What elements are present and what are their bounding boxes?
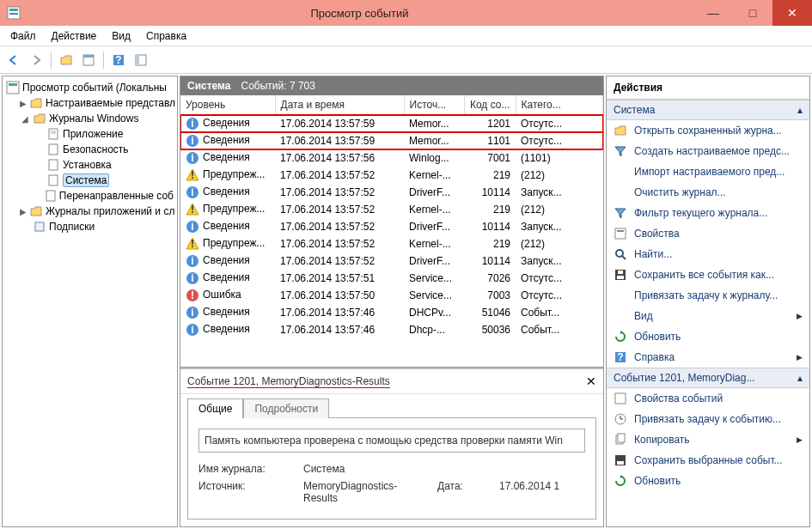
table-row[interactable]: !Предупреж...17.06.2014 13:57:52Kernel-.… — [180, 201, 603, 218]
actions-section-system: Система▴ — [607, 100, 809, 120]
tree-forwarded[interactable]: Перенаправленные соб — [32, 188, 175, 204]
action-copy[interactable]: Копировать▶ — [607, 429, 809, 450]
action-save-selected[interactable]: Сохранить выбранные событ... — [607, 450, 809, 471]
info-icon: i — [186, 323, 199, 337]
close-button[interactable]: ✕ — [772, 0, 812, 26]
event-table[interactable]: Уровень Дата и время Источ... Код со... … — [180, 95, 603, 368]
svg-text:!: ! — [191, 238, 194, 250]
svg-text:i: i — [191, 255, 193, 267]
tree-custom-views[interactable]: ▶ Настраиваемые представл — [18, 95, 175, 111]
col-source[interactable]: Источ... — [404, 95, 464, 115]
tool-properties-icon[interactable] — [78, 50, 99, 70]
tree-app-services[interactable]: ▶ Журналы приложений и сл — [18, 204, 175, 219]
table-row[interactable]: iСведения17.06.2014 13:57:52DriverF...10… — [180, 218, 603, 235]
refresh-icon — [614, 474, 627, 488]
action-open-saved[interactable]: Открыть сохраненный журна... — [607, 120, 809, 141]
tool-pane-icon[interactable] — [131, 50, 151, 70]
svg-rect-58 — [617, 461, 624, 465]
tree-application[interactable]: Приложение — [32, 126, 175, 142]
action-create-view[interactable]: Создать настраиваемое предс... — [607, 141, 809, 161]
action-filter-log[interactable]: Фильтр текущего журнала... — [607, 203, 809, 223]
help-icon[interactable]: ? — [108, 50, 129, 70]
detail-close-button[interactable]: ✕ — [586, 374, 596, 388]
expander-icon[interactable]: ▶ — [20, 99, 27, 108]
tab-general[interactable]: Общие — [187, 398, 243, 418]
warn-icon: ! — [186, 168, 199, 182]
svg-rect-43 — [617, 230, 624, 232]
table-row[interactable]: iСведения17.06.2014 13:57:52DriverF...10… — [180, 252, 603, 270]
back-button[interactable] — [3, 50, 24, 70]
tree-security[interactable]: Безопасность — [32, 142, 175, 157]
window-title: Просмотр событий — [26, 7, 693, 20]
action-attach-task[interactable]: Привязать задачу к журналу... — [607, 285, 809, 306]
action-import-view[interactable]: Импорт настраиваемого пред... — [607, 161, 809, 182]
table-row[interactable]: iСведения17.06.2014 13:57:59Memor...1101… — [180, 132, 603, 149]
svg-rect-16 — [49, 175, 58, 185]
svg-text:!: ! — [191, 204, 194, 216]
action-save-all[interactable]: Сохранить все события как... — [607, 264, 809, 285]
minimize-button[interactable]: — — [693, 0, 733, 26]
table-row[interactable]: iСведения17.06.2014 13:57:46Dhcp-...5003… — [180, 321, 603, 338]
table-row[interactable]: !Предупреж...17.06.2014 13:57:52Kernel-.… — [180, 235, 603, 252]
action-attach-event-task[interactable]: Привязать задачу к событию... — [607, 409, 809, 429]
collapse-icon[interactable]: ▴ — [797, 104, 803, 116]
table-row[interactable]: iСведения17.06.2014 13:57:46DHCPv...5104… — [180, 304, 603, 321]
col-category[interactable]: Катего... — [516, 95, 603, 115]
action-clear-log[interactable]: Очистить журнал... — [607, 182, 809, 203]
table-header-row[interactable]: Уровень Дата и время Источ... Код со... … — [180, 95, 603, 115]
action-refresh[interactable]: Обновить — [607, 326, 809, 347]
table-row[interactable]: !Ошибка17.06.2014 13:57:50Service...7003… — [180, 287, 603, 304]
menu-help[interactable]: Справка — [139, 27, 193, 45]
col-eventid[interactable]: Код со... — [464, 95, 516, 115]
tree-setup[interactable]: Установка — [32, 157, 175, 173]
info-icon: i — [186, 220, 199, 234]
menu-file[interactable]: Файл — [3, 27, 43, 45]
table-row[interactable]: iСведения17.06.2014 13:57:56Winlog...700… — [180, 149, 603, 167]
detail-body: Память компьютера проверена с помощью ср… — [187, 417, 596, 520]
svg-rect-51 — [615, 393, 626, 404]
action-properties[interactable]: Свойства — [607, 223, 809, 244]
refresh-icon — [614, 330, 627, 344]
tool-open-icon[interactable] — [56, 50, 76, 70]
table-row[interactable]: !Предупреж...17.06.2014 13:57:52Kernel-.… — [180, 167, 603, 184]
menu-view[interactable]: Вид — [105, 27, 137, 45]
action-find[interactable]: Найти... — [607, 244, 809, 264]
menu-action[interactable]: Действие — [45, 27, 104, 45]
info-icon: i — [186, 271, 199, 285]
table-row[interactable]: iСведения17.06.2014 13:57:51Service...70… — [180, 270, 603, 287]
action-help[interactable]: ?Справка▶ — [607, 347, 809, 368]
svg-rect-4 — [83, 55, 94, 58]
task-icon — [614, 289, 627, 302]
table-row[interactable]: iСведения17.06.2014 13:57:52DriverF...10… — [180, 184, 603, 201]
tree-system[interactable]: Система — [32, 173, 175, 188]
clear-icon — [614, 185, 627, 199]
expander-icon[interactable]: ◢ — [20, 114, 30, 124]
info-icon: i — [186, 117, 199, 131]
save-icon — [614, 453, 627, 467]
forward-button[interactable] — [26, 50, 46, 70]
action-view-submenu[interactable]: Вид▶ — [607, 306, 809, 326]
warn-icon: ! — [186, 237, 199, 251]
info-icon: i — [186, 134, 199, 148]
svg-rect-15 — [49, 160, 58, 170]
action-refresh2[interactable]: Обновить — [607, 471, 809, 491]
detail-pane: Событие 1201, MemoryDiagnostics-Results … — [180, 368, 603, 526]
tree-subscriptions[interactable]: Подписки — [18, 219, 175, 234]
collapse-icon[interactable]: ▴ — [797, 372, 803, 384]
svg-rect-17 — [46, 191, 55, 201]
col-level[interactable]: Уровень — [180, 95, 275, 115]
date-value: 17.06.2014 1 — [499, 480, 585, 504]
tree-windows-logs[interactable]: ◢ Журналы Windows — [18, 111, 175, 126]
expander-icon[interactable]: ▶ — [20, 207, 27, 216]
tree-root[interactable]: Просмотр событий (Локальны — [4, 80, 175, 95]
col-datetime[interactable]: Дата и время — [275, 95, 404, 115]
tree-pane[interactable]: Просмотр событий (Локальны ▶ Настраиваем… — [2, 76, 178, 527]
action-event-props[interactable]: Свойства событий — [607, 388, 809, 409]
filter-icon — [614, 144, 627, 158]
info-icon: i — [186, 254, 199, 268]
menubar: Файл Действие Вид Справка — [0, 26, 812, 46]
tab-details[interactable]: Подробности — [243, 398, 329, 418]
table-row[interactable]: iСведения17.06.2014 13:57:59Memor...1201… — [180, 115, 603, 133]
info-icon: i — [186, 185, 199, 199]
maximize-button[interactable]: □ — [733, 0, 772, 26]
